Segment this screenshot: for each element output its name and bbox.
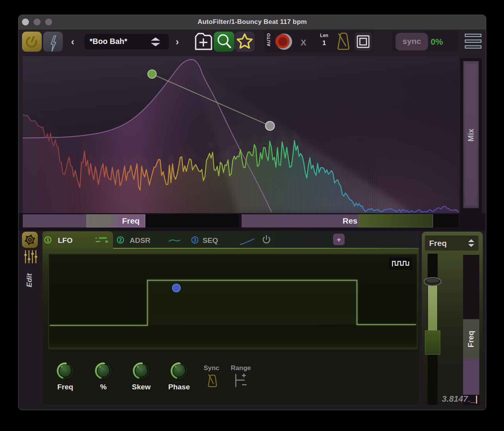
svg-text:+: +	[337, 236, 341, 244]
svg-text:SEQ: SEQ	[203, 236, 218, 244]
svg-text:1: 1	[47, 237, 49, 243]
svg-text:ADSR: ADSR	[130, 236, 151, 244]
svg-text:LFO: LFO	[58, 236, 73, 244]
svg-text:2: 2	[119, 237, 122, 243]
svg-text:3: 3	[194, 237, 196, 243]
